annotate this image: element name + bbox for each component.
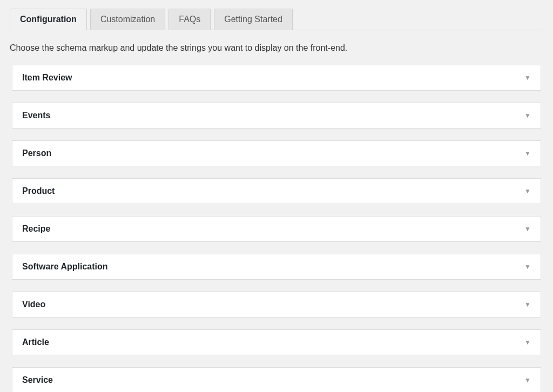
tab-customization[interactable]: Customization [90,9,165,30]
tab-faqs[interactable]: FAQs [168,9,211,30]
accordion-label: Item Review [22,73,72,83]
accordion-label: Product [22,186,55,196]
accordion-label: Recipe [22,224,50,234]
chevron-down-icon: ▼ [524,377,531,383]
accordion-person[interactable]: Person ▼ [12,140,541,166]
accordion-item-review[interactable]: Item Review ▼ [12,65,541,91]
tab-label: Getting Started [224,15,282,24]
accordion-article[interactable]: Article ▼ [12,329,541,355]
chevron-down-icon: ▼ [524,339,531,346]
accordion-label: Events [22,111,50,120]
accordion-label: Service [22,375,53,385]
tab-getting-started[interactable]: Getting Started [214,9,293,30]
tab-label: FAQs [179,15,200,24]
accordion-product[interactable]: Product ▼ [12,178,541,204]
tab-label: Configuration [20,15,77,24]
chevron-down-icon: ▼ [524,188,531,194]
chevron-down-icon: ▼ [524,263,531,270]
accordion-list: Item Review ▼ Events ▼ Person ▼ Product … [10,65,543,392]
tab-configuration[interactable]: Configuration [10,9,87,30]
page-description: Choose the schema markup and update the … [10,43,543,53]
chevron-down-icon: ▼ [524,150,531,157]
accordion-label: Person [22,148,51,158]
accordion-recipe[interactable]: Recipe ▼ [12,216,541,242]
chevron-down-icon: ▼ [524,112,531,119]
chevron-down-icon: ▼ [524,226,531,232]
accordion-label: Video [22,300,45,309]
accordion-video[interactable]: Video ▼ [12,292,541,317]
tab-label: Customization [100,15,155,24]
accordion-service[interactable]: Service ▼ [12,367,541,392]
accordion-label: Article [22,337,49,347]
accordion-software-application[interactable]: Software Application ▼ [12,254,541,280]
chevron-down-icon: ▼ [524,75,531,81]
chevron-down-icon: ▼ [524,301,531,308]
tab-bar: Configuration Customization FAQs Getting… [10,8,543,30]
accordion-label: Software Application [22,262,108,272]
accordion-events[interactable]: Events ▼ [12,103,541,129]
